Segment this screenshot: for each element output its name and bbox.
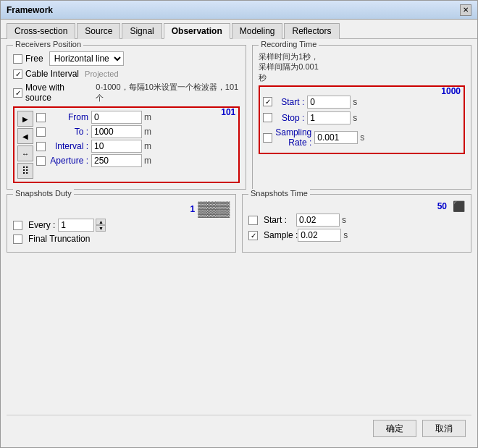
receivers-group-label: Receivers Position <box>13 40 83 48</box>
duty-icon: ▓▓▓ <box>198 200 230 217</box>
duty-count-row: 1 ▓▓▓ <box>13 200 230 217</box>
sampling-input[interactable] <box>314 131 358 144</box>
projected-label: Projected <box>85 69 118 78</box>
free-label: Free <box>25 54 43 64</box>
every-input[interactable] <box>58 219 94 232</box>
stop-input[interactable] <box>307 111 351 124</box>
snapshots-duty-group: Snapshots Duty 1 ▓▓▓ Every : ▲ ▼ <box>7 194 236 253</box>
free-row: Free Horizontal line Vertical line Circl… <box>13 51 240 66</box>
time-start-row: Start : s <box>248 214 465 227</box>
from-row: From m <box>36 111 235 124</box>
final-checkbox[interactable] <box>13 234 22 244</box>
ok-button[interactable]: 确定 <box>373 420 416 437</box>
recording-count: 1000 <box>441 86 461 96</box>
start-input[interactable] <box>307 96 351 109</box>
time-start-label: Start : <box>264 215 296 225</box>
tab-modeling[interactable]: Modeling <box>232 23 283 39</box>
interval-row: Interval : m <box>36 140 235 153</box>
interval-label: Interval : <box>49 141 88 151</box>
time-sample-row: Sample : s <box>248 229 465 242</box>
tab-source[interactable]: Source <box>77 23 120 39</box>
title-bar: Framework ✕ <box>1 1 477 20</box>
recording-fields: Start : s Stop : s <box>263 96 461 150</box>
move-row: Move with source 0-1000，每隔10米设置一个检波器，101… <box>13 82 240 103</box>
receivers-group: Receivers Position Free Horizontal line … <box>7 45 246 190</box>
time-sample-checkbox[interactable] <box>248 231 258 240</box>
tab-cross-section[interactable]: Cross-section <box>7 23 75 39</box>
every-checkbox[interactable] <box>13 221 22 230</box>
tab-bar: Cross-section Source Signal Observation … <box>1 20 477 39</box>
toolbar-horiz-btn[interactable]: ↔ <box>17 145 33 161</box>
interval-unit: m <box>144 141 151 151</box>
duty-every-row: Every : ▲ ▼ <box>13 219 230 232</box>
footer: 确定 取消 <box>7 415 471 441</box>
toolbar-play-btn[interactable]: ▶ <box>17 111 33 127</box>
aperture-label: Aperture : <box>49 156 88 166</box>
receivers-fields: From m To : m <box>36 111 235 169</box>
cable-label: Cable Interval <box>25 69 79 79</box>
main-content: Receivers Position Free Horizontal line … <box>1 39 477 447</box>
aperture-row: Aperture : m <box>36 154 235 167</box>
duty-count: 1 <box>190 204 196 214</box>
snapshots-time-label: Snapshots Time <box>248 189 310 198</box>
start-row: Start : s <box>263 96 461 109</box>
time-count: 50 <box>437 201 447 211</box>
sampling-rate-row: SamplingRate : s <box>263 127 461 148</box>
stop-row: Stop : s <box>263 111 461 124</box>
time-start-checkbox[interactable] <box>248 216 258 225</box>
stop-unit: s <box>353 113 357 123</box>
cable-checkbox[interactable] <box>13 69 22 79</box>
time-sample-input[interactable] <box>298 229 341 242</box>
aperture-checkbox[interactable] <box>36 156 46 166</box>
position-dropdown[interactable]: Horizontal line Vertical line Circle <box>49 51 124 66</box>
interval-input[interactable] <box>91 140 142 153</box>
main-window: Framework ✕ Cross-section Source Signal … <box>0 0 478 448</box>
to-input[interactable] <box>91 125 142 138</box>
spin-down[interactable]: ▼ <box>96 225 106 232</box>
sampling-checkbox[interactable] <box>263 133 272 143</box>
spin-up[interactable]: ▲ <box>96 219 106 225</box>
toolbar-back-btn[interactable]: ◀ <box>17 128 33 144</box>
from-checkbox[interactable] <box>36 113 46 122</box>
aperture-input[interactable] <box>91 154 142 167</box>
time-start-unit: s <box>342 215 346 225</box>
receivers-annotation: 0-1000，每隔10米设置一个检波器，101个 <box>96 82 240 103</box>
tab-signal[interactable]: Signal <box>122 23 162 39</box>
every-label: Every : <box>28 220 55 230</box>
from-label: From <box>49 112 88 122</box>
tab-observation[interactable]: Observation <box>164 23 230 39</box>
from-input[interactable] <box>91 111 142 124</box>
receivers-toolbar: ▶ ◀ ↔ ⠿ <box>17 111 33 179</box>
to-checkbox[interactable] <box>36 127 46 137</box>
bottom-sections: Snapshots Duty 1 ▓▓▓ Every : ▲ ▼ <box>7 194 471 253</box>
move-checkbox[interactable] <box>13 88 22 98</box>
stop-checkbox[interactable] <box>263 113 272 122</box>
recording-group: Recording Time 采样时间为1秒，采样间隔为0.001秒 1000 … <box>252 45 471 190</box>
close-button[interactable]: ✕ <box>460 4 471 16</box>
cancel-button[interactable]: 取消 <box>422 420 466 437</box>
time-start-input[interactable] <box>296 214 340 227</box>
to-unit: m <box>144 127 151 137</box>
final-label: Final Truncation <box>28 234 90 244</box>
top-sections: Receivers Position Free Horizontal line … <box>7 45 471 190</box>
recording-annotation: 采样时间为1秒，采样间隔为0.001秒 <box>259 51 465 83</box>
start-unit: s <box>353 97 357 107</box>
time-sample-label: Sample : <box>264 230 298 240</box>
recording-group-label: Recording Time <box>259 40 319 48</box>
sampling-unit: s <box>360 132 364 143</box>
recording-sub-panel: 1000 Start : s Stop : <box>259 85 465 154</box>
tab-reflectors[interactable]: Reflectors <box>284 23 339 39</box>
toolbar-vert-btn[interactable]: ⠿ <box>17 163 33 179</box>
time-count-row: 50 ⬛ <box>248 200 465 212</box>
interval-checkbox[interactable] <box>36 142 46 151</box>
receivers-sub-panel: 101 ▶ ◀ ↔ ⠿ From <box>13 106 240 183</box>
snapshots-time-group: Snapshots Time 50 ⬛ Start : s Sample : s <box>242 194 471 253</box>
cable-row: Cable Interval Projected <box>13 69 240 79</box>
start-checkbox[interactable] <box>263 97 272 106</box>
free-checkbox[interactable] <box>13 54 22 64</box>
time-sample-unit: s <box>343 230 348 240</box>
receivers-count: 101 <box>221 107 235 117</box>
from-unit: m <box>144 112 151 122</box>
move-label: Move with source <box>25 83 90 103</box>
sampling-label: SamplingRate : <box>275 127 311 148</box>
